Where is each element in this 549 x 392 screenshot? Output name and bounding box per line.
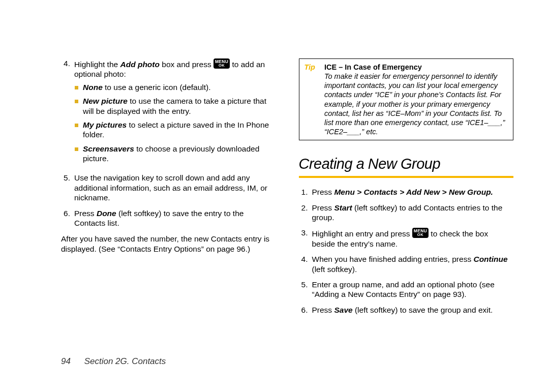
option-my-pictures: My pictures to select a picture saved in… — [74, 120, 276, 140]
rstep-1: 1. Press Menu > Contacts > Add New > New… — [299, 187, 514, 197]
right-column: Tip ICE – In Case of Emergency To make i… — [299, 58, 514, 320]
step-text: Enter a group name, and add an optional … — [312, 280, 514, 299]
step-4: 4. Highlight the Add photo box and press… — [61, 58, 276, 167]
step-number: 4. — [61, 58, 74, 167]
menu-ok-key-icon: MENUOK — [412, 228, 429, 238]
rstep-3: 3. Highlight an entry and press MENUOK t… — [299, 228, 514, 249]
page-number: 94 — [61, 356, 71, 366]
tip-body: ICE – In Case of Emergency To make it ea… — [324, 63, 508, 136]
tip-label: Tip — [304, 63, 315, 136]
after-save-paragraph: After you have saved the number, the new… — [61, 234, 276, 254]
rstep-6: 6. Press Save (left softkey) to save the… — [299, 305, 514, 315]
right-steps: 1. Press Menu > Contacts > Add New > New… — [299, 187, 514, 315]
step-text: Press Done (left softkey) to save the en… — [74, 208, 276, 228]
step-number: 3. — [299, 228, 312, 249]
option-screensavers: Screensavers to choose a previously down… — [74, 144, 276, 164]
step-text: Highlight the Add photo box and press ME… — [74, 58, 276, 167]
step-6: 6. Press Done (left softkey) to save the… — [61, 208, 276, 228]
option-new-picture: New picture to use the camera to take a … — [74, 96, 276, 116]
step-text: Highlight an entry and press MENUOK to c… — [312, 228, 514, 249]
tip-box: Tip ICE – In Case of Emergency To make i… — [299, 58, 514, 140]
menu-ok-key-icon: MENUOK — [214, 58, 230, 69]
step-number: 5. — [61, 173, 74, 202]
step-number: 5. — [299, 280, 312, 299]
rstep-2: 2. Press Start (left softkey) to add Con… — [299, 203, 514, 223]
photo-options: None to use a generic icon (default). Ne… — [74, 82, 276, 164]
step-number: 2. — [299, 203, 312, 223]
page-footer: 94 Section 2G. Contacts — [61, 356, 166, 367]
option-none: None to use a generic icon (default). — [74, 82, 276, 92]
step-text: Use the navigation key to scroll down an… — [74, 173, 276, 202]
step-number: 6. — [299, 305, 312, 315]
step-text: Press Start (left softkey) to add Contac… — [312, 203, 514, 223]
section-heading: Creating a New Group — [299, 155, 514, 178]
left-steps: 4. Highlight the Add photo box and press… — [61, 58, 276, 228]
page-content: 4. Highlight the Add photo box and press… — [61, 58, 513, 320]
rstep-5: 5. Enter a group name, and add an option… — [299, 280, 514, 299]
section-label: Section 2G. Contacts — [84, 356, 166, 366]
step-text: Press Menu > Contacts > Add New > New Gr… — [312, 187, 514, 197]
step-number: 4. — [299, 254, 312, 274]
left-column: 4. Highlight the Add photo box and press… — [61, 58, 276, 320]
step-text: When you have finished adding entries, p… — [312, 254, 514, 274]
step-number: 6. — [61, 208, 74, 228]
step-5: 5. Use the navigation key to scroll down… — [61, 173, 276, 202]
step-number: 1. — [299, 187, 312, 197]
step-text: Press Save (left softkey) to save the gr… — [312, 305, 514, 315]
rstep-4: 4. When you have finished adding entries… — [299, 254, 514, 274]
